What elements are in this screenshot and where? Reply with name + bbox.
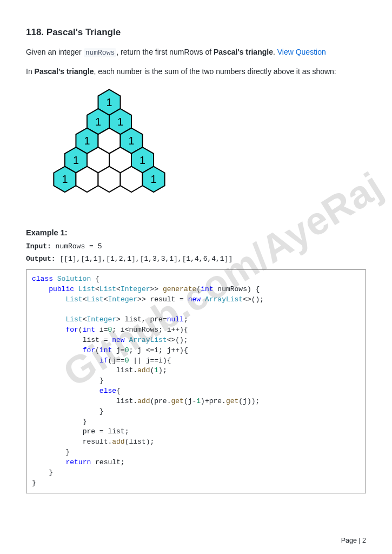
intro-bold: Pascal's triangle: [214, 48, 273, 56]
output-label: Output:: [26, 255, 56, 263]
hex-triangle-svg: 111111111: [24, 85, 195, 215]
svg-text:1: 1: [139, 154, 145, 166]
svg-text:1: 1: [107, 96, 112, 108]
description-paragraph: In Pascal's triangle, each number is the…: [26, 66, 366, 78]
desc-bold: Pascal's triangle: [35, 67, 94, 76]
problem-title: 118. Pascal's Triangle: [26, 27, 366, 38]
svg-text:1: 1: [151, 173, 157, 185]
output-line: Output: [[1],[1,1],[1,2,1],[1,3,3,1],[1,…: [26, 255, 366, 263]
view-question-link[interactable]: View Question: [277, 48, 326, 56]
page-footer: Page | 2: [341, 537, 366, 544]
svg-text:1: 1: [129, 135, 135, 147]
input-line: Input: numRows = 5: [26, 242, 366, 250]
code-block: class Solution { public List<List<Intege…: [26, 269, 366, 493]
desc-pre: In: [26, 67, 35, 76]
document-page: 118. Pascal's Triangle Given an integer …: [0, 0, 392, 554]
desc-post: , each number is the sum of the two numb…: [94, 67, 336, 76]
svg-text:1: 1: [117, 115, 123, 127]
input-label: Input:: [26, 242, 51, 250]
svg-text:1: 1: [84, 135, 90, 147]
output-value: [[1],[1,1],[1,2,1],[1,3,3,1],[1,4,6,4,1]…: [56, 255, 233, 263]
pascal-triangle-figure: 111111111: [24, 85, 366, 215]
intro-mid: , return the first numRows of: [116, 48, 214, 56]
intro-paragraph: Given an integer numRows, return the fir…: [26, 47, 366, 58]
svg-text:1: 1: [62, 173, 68, 185]
intro-post: .: [273, 48, 277, 56]
input-value: numRows = 5: [51, 242, 102, 250]
intro-pre: Given an integer: [26, 48, 84, 56]
example-heading: Example 1:: [26, 228, 366, 237]
svg-text:1: 1: [95, 115, 101, 127]
inline-code-numrows: numRows: [84, 48, 117, 57]
svg-text:1: 1: [73, 154, 79, 166]
